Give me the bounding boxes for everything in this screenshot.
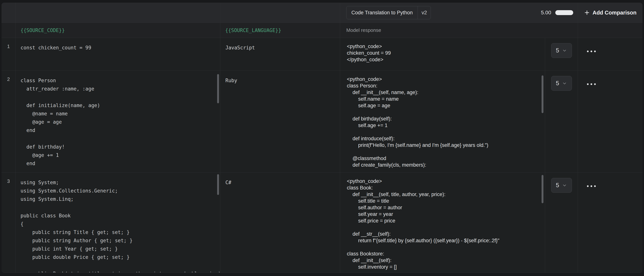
prompt-name: Code Translation to Python	[346, 10, 418, 16]
prompt-version-pill[interactable]: Code Translation to Python v2	[346, 6, 431, 19]
row-actions-cell	[578, 71, 642, 173]
source-code-cell[interactable]: using System; using System.Collections.G…	[16, 173, 220, 272]
source-code-text: class Person attr_reader :name, :age def…	[20, 76, 216, 168]
topbar-source-code-spacer	[16, 3, 220, 23]
ellipsis-dot	[594, 51, 596, 52]
source-code-header-label: {{SOURCE_CODE}}	[20, 28, 65, 33]
source-language-text: C#	[226, 178, 340, 187]
prompt-version-selector[interactable]: v2	[418, 10, 431, 16]
vertical-scrollbar[interactable]	[217, 74, 219, 103]
ellipsis-dot	[587, 83, 589, 85]
plus-icon	[584, 10, 590, 16]
ellipsis-dot	[590, 83, 592, 85]
chevron-down-icon	[562, 81, 567, 86]
model-response-text: <python_code> class Person: def __init__…	[347, 76, 539, 168]
model-response-cell[interactable]: <python_code> class Book: def __init__(s…	[340, 173, 545, 272]
model-response-text: <python_code> chicken_count = 99 </pytho…	[347, 43, 539, 63]
topbar-source-language-spacer	[220, 3, 340, 23]
row-more-options-button[interactable]	[587, 83, 596, 85]
vertical-scrollbar[interactable]	[217, 174, 219, 195]
source-language-cell[interactable]: JavaScript	[220, 38, 340, 71]
row-number[interactable]: 3	[2, 173, 16, 272]
source-code-cell[interactable]: class Person attr_reader :name, :age def…	[16, 71, 220, 173]
model-response-cell[interactable]: <python_code> class Person: def __init__…	[340, 71, 545, 173]
source-code-text: using System; using System.Collections.G…	[20, 178, 216, 272]
model-response-cell[interactable]: <python_code> chicken_count = 99 </pytho…	[340, 38, 545, 71]
source-code-cell[interactable]: const chicken_count = 99	[16, 38, 220, 71]
row-more-options-button[interactable]	[587, 51, 596, 52]
source-language-text: JavaScript	[226, 44, 340, 52]
ellipsis-dot	[590, 51, 592, 52]
row-more-options-button[interactable]	[587, 185, 596, 187]
score-value: 5	[556, 47, 559, 54]
column-header-source-code[interactable]: {{SOURCE_CODE}}	[16, 23, 220, 38]
column-header-row-number	[2, 23, 16, 38]
column-header-source-language[interactable]: {{SOURCE_LANGUAGE}}	[220, 23, 340, 38]
column-header-actions	[578, 23, 642, 38]
topbar-row-number-spacer	[2, 3, 16, 23]
source-language-cell[interactable]: Ruby	[220, 71, 340, 173]
add-comparison-button[interactable]: Add Comparison	[578, 3, 642, 23]
source-language-cell[interactable]: C#	[220, 173, 340, 272]
aggregate-score-value: 5.00	[541, 10, 551, 16]
add-comparison-label: Add Comparison	[592, 10, 637, 16]
ellipsis-dot	[590, 185, 592, 187]
chevron-down-icon	[562, 183, 567, 188]
row-number[interactable]: 2	[2, 71, 16, 173]
score-cell: 5	[545, 173, 578, 272]
score-value: 5	[556, 80, 559, 87]
evaluation-table: Code Translation to Python v2 5.00 Add C…	[2, 3, 642, 272]
model-response-text: <python_code> class Book: def __init__(s…	[347, 178, 539, 270]
ellipsis-dot	[594, 185, 596, 187]
chevron-down-icon	[562, 48, 567, 53]
column-header-model-response[interactable]: Model response	[340, 23, 578, 38]
row-actions-cell	[578, 38, 642, 71]
score-cell: 5	[545, 38, 578, 71]
topbar-model-response-header-cell: Code Translation to Python v2 5.00	[340, 3, 578, 23]
score-dropdown[interactable]: 5	[551, 178, 572, 193]
score-value: 5	[556, 182, 559, 189]
vertical-scrollbar[interactable]	[542, 75, 544, 113]
ellipsis-dot	[594, 83, 596, 85]
score-cell: 5	[545, 71, 578, 173]
model-response-header-label: Model response	[346, 27, 381, 33]
score-dropdown[interactable]: 5	[551, 43, 572, 58]
row-actions-cell	[578, 173, 642, 272]
source-language-header-label: {{SOURCE_LANGUAGE}}	[225, 28, 281, 33]
ellipsis-dot	[587, 185, 589, 187]
vertical-scrollbar[interactable]	[542, 175, 544, 203]
source-language-text: Ruby	[226, 76, 340, 85]
score-dropdown[interactable]: 5	[551, 76, 572, 91]
ellipsis-dot	[587, 51, 589, 52]
aggregate-score-bar	[555, 10, 573, 15]
row-number[interactable]: 1	[2, 38, 16, 71]
aggregate-score-summary: 5.00	[541, 10, 574, 16]
source-code-text: const chicken_count = 99	[20, 44, 216, 52]
